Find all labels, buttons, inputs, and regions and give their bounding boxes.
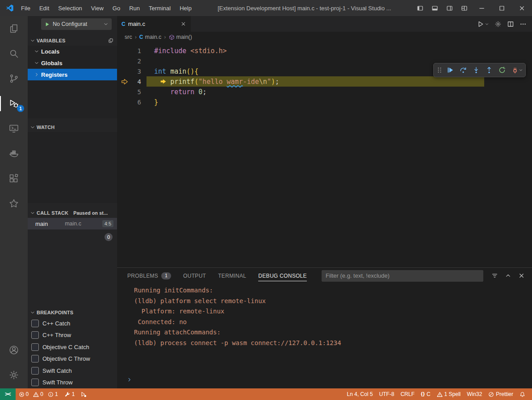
- breakpoint-checkbox[interactable]: [31, 355, 39, 362]
- minimize-button[interactable]: [472, 0, 492, 16]
- panel-tab-problems[interactable]: PROBLEMS1: [127, 268, 171, 283]
- menu-terminal[interactable]: Terminal: [144, 0, 175, 16]
- panel-close-button[interactable]: [518, 272, 525, 279]
- breadcrumb-item-src[interactable]: src: [125, 34, 132, 40]
- breakpoint-c-throw[interactable]: C++ Throw: [28, 329, 117, 342]
- code-line[interactable]: 1#include <stdio.h>: [117, 46, 532, 56]
- debug-drag-handle-button[interactable]: [435, 64, 444, 76]
- menu-view[interactable]: View: [87, 0, 108, 16]
- breakpoint-checkbox[interactable]: [31, 379, 39, 386]
- status-language-mode[interactable]: {}C: [418, 388, 434, 400]
- debug-disconnect-dropdown[interactable]: [519, 66, 524, 74]
- code-token: }: [154, 98, 158, 106]
- menu-bar: FileEditSelectionViewGoRunTerminalHelp: [17, 0, 196, 16]
- layout-sidebar-left-button[interactable]: [413, 0, 427, 16]
- variables-item-locals[interactable]: Locals: [28, 46, 117, 57]
- variables-item-registers[interactable]: Registers: [28, 69, 117, 80]
- call-stack-section-header[interactable]: CALL STACK Paused on st...: [28, 208, 117, 218]
- panel-tab-terminal[interactable]: TERMINAL: [218, 268, 246, 283]
- breakpoints-section-header[interactable]: BREAKPOINTS: [28, 308, 117, 317]
- menu-selection[interactable]: Selection: [54, 0, 86, 16]
- debug-config-dropdown[interactable]: No Configurat: [41, 18, 112, 30]
- more-actions-button[interactable]: [519, 21, 527, 28]
- run-or-debug-button[interactable]: [477, 21, 489, 28]
- debug-step-out-button[interactable]: [482, 64, 495, 76]
- debug-step-over-button[interactable]: [457, 64, 469, 76]
- settings-gear-button[interactable]: [494, 21, 502, 28]
- breakpoint-objective-c-catch[interactable]: Objective C Catch: [28, 341, 117, 353]
- status-platform[interactable]: Win32: [464, 388, 485, 400]
- activity-explorer[interactable]: [0, 16, 28, 41]
- watch-section-header[interactable]: WATCH: [28, 122, 117, 132]
- console-filter-input[interactable]: [322, 270, 483, 282]
- breakpoint-swift-catch[interactable]: Swift Catch: [28, 365, 117, 377]
- status-extension-tools[interactable]: 1: [61, 388, 78, 400]
- current-frame-gutter-arrow[interactable]: [117, 78, 132, 85]
- start-debug-icon[interactable]: [44, 21, 50, 27]
- code-line[interactable]: 4 printf("hello wamr-ide\n");: [117, 76, 532, 87]
- breakpoint-swift-throw[interactable]: Swift Throw: [28, 377, 117, 389]
- status-debug-status[interactable]: [78, 388, 90, 400]
- menu-edit[interactable]: Edit: [35, 0, 54, 16]
- activity-source-control[interactable]: [0, 66, 28, 91]
- console-prompt[interactable]: [126, 376, 132, 384]
- breakpoint-objective-c-throw[interactable]: Objective C Throw: [28, 353, 117, 365]
- status-spell-checker[interactable]: 1 Spell: [434, 388, 464, 400]
- status-cursor-position[interactable]: Ln 4, Col 5: [344, 388, 376, 400]
- breakpoint-checkbox[interactable]: [31, 367, 39, 375]
- activity-star[interactable]: [0, 191, 28, 216]
- breadcrumb-item-main-[interactable]: main(): [169, 34, 192, 40]
- activity-run-debug[interactable]: 1: [0, 91, 28, 116]
- status-remote-indicator[interactable]: ><: [0, 388, 16, 400]
- maximize-icon: [498, 5, 505, 12]
- code-line[interactable]: 5 return 0;: [117, 87, 532, 97]
- menu-help[interactable]: Help: [175, 0, 196, 16]
- code-line[interactable]: 6}: [117, 97, 532, 107]
- status-encoding[interactable]: UTF-8: [376, 388, 398, 400]
- breadcrumb-item-main-c[interactable]: Cmain.c: [139, 34, 162, 40]
- debug-restart-button[interactable]: [495, 64, 508, 76]
- call-stack-frame-row[interactable]: main main.c 4:5: [28, 218, 117, 229]
- tab-main-c[interactable]: C main.c: [117, 16, 191, 32]
- menu-file[interactable]: File: [17, 0, 35, 16]
- close-tab-icon[interactable]: [180, 21, 186, 27]
- menu-run[interactable]: Run: [125, 0, 144, 16]
- maximize-button[interactable]: [492, 0, 512, 16]
- menu-go[interactable]: Go: [108, 0, 125, 16]
- customize-layout-button[interactable]: [457, 0, 472, 16]
- panel-filter-lines-button[interactable]: [491, 272, 498, 279]
- frame-file: main.c: [65, 221, 81, 227]
- activity-docker[interactable]: [0, 141, 28, 166]
- activity-settings[interactable]: [0, 362, 28, 388]
- line-number: 2: [132, 58, 141, 65]
- code-editor[interactable]: 1#include <stdio.h>23int main(){4 printf…: [117, 42, 532, 267]
- status-formatter-prettier[interactable]: Prettier: [485, 388, 516, 400]
- call-stack-header-label: CALL STACK: [37, 210, 68, 216]
- chevron-down-icon: [30, 210, 35, 216]
- status-problems[interactable]: 001: [16, 388, 61, 400]
- layout-sidebar-right-button[interactable]: [442, 0, 457, 16]
- activity-search[interactable]: [0, 41, 28, 66]
- debug-step-into-button[interactable]: [469, 64, 482, 76]
- debug-continue-button[interactable]: [444, 64, 457, 76]
- panel-chevron-up-button[interactable]: [505, 272, 511, 279]
- panel-tab-output[interactable]: OUTPUT: [183, 268, 206, 283]
- panel-tab-debug-console[interactable]: DEBUG CONSOLE: [258, 268, 307, 283]
- status-notifications[interactable]: [516, 388, 528, 400]
- close-button[interactable]: [512, 0, 532, 16]
- activity-account[interactable]: [0, 338, 28, 362]
- status-eol[interactable]: CRLF: [398, 388, 418, 400]
- breakpoint-checkbox[interactable]: [31, 320, 39, 327]
- layout-panel-button[interactable]: [427, 0, 442, 16]
- breakpoint-checkbox[interactable]: [31, 343, 39, 351]
- breakpoint-checkbox[interactable]: [31, 331, 39, 339]
- breadcrumb-separator: ›: [135, 34, 137, 40]
- split-editor-button[interactable]: [507, 21, 514, 28]
- variables-item-globals[interactable]: Globals: [28, 57, 117, 69]
- breakpoint-c-catch[interactable]: C++ Catch: [28, 317, 117, 329]
- code-token: return: [170, 88, 194, 96]
- activity-remote-explorer[interactable]: [0, 116, 28, 141]
- activity-extensions[interactable]: [0, 166, 28, 191]
- variables-section-header[interactable]: VARIABLES: [28, 36, 117, 46]
- collapse-all-icon[interactable]: [108, 38, 113, 43]
